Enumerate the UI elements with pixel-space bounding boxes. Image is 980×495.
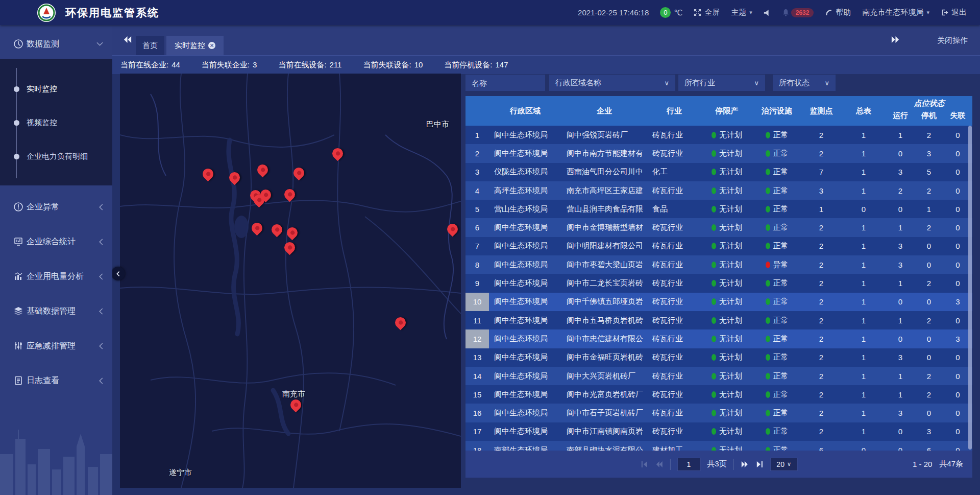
cell-monitor-points: 2 bbox=[801, 297, 841, 306]
status-dot-icon bbox=[712, 298, 716, 305]
theme-dropdown[interactable]: 主题 ▾ bbox=[731, 8, 752, 17]
notifications-button[interactable]: 2632 bbox=[782, 8, 814, 17]
row-index: 9 bbox=[465, 274, 489, 292]
table-row[interactable]: 13阆中生态环境局阆中市金福旺页岩机砖砖瓦行业无计划正常21300 bbox=[465, 348, 972, 367]
cell-stopped: 0 bbox=[915, 353, 943, 362]
sidebar-item-realtime-monitoring[interactable]: 实时监控 bbox=[0, 72, 112, 106]
sidebar-item-log-view[interactable]: 日志查看 bbox=[0, 363, 112, 398]
header-toolbar: 2021-02-25 17:46:18 0 ℃ 全屏 主题 ▾ bbox=[578, 0, 967, 25]
sidebar-item-video-monitoring[interactable]: 视频监控 bbox=[0, 106, 112, 139]
sidebar-groups: 企业异常 企业综合统计 bbox=[0, 190, 112, 398]
table-row[interactable]: 10阆中生态环境局阆中千佛镇五郎垭页岩砖瓦行业无计划正常21003 bbox=[465, 293, 972, 311]
table-row[interactable]: 11阆中生态环境局阆中市五马桥页岩机砖砖瓦行业无计划正常21120 bbox=[465, 311, 972, 329]
sidebar-item-emergency-reduction[interactable]: 应急减排管理 bbox=[0, 328, 112, 363]
cell-running: 0 bbox=[886, 205, 915, 214]
layers-icon bbox=[13, 306, 23, 316]
table-row[interactable]: 6阆中生态环境局阆中市金博瑞新型墙材砖瓦行业无计划正常21120 bbox=[465, 218, 972, 237]
region-select[interactable]: 行政区域名称 ∨ bbox=[549, 75, 675, 91]
cell-running: 1 bbox=[886, 131, 915, 139]
cell-monitor-points: 2 bbox=[801, 149, 841, 158]
previous-page-button[interactable] bbox=[655, 460, 663, 468]
organization-dropdown[interactable]: 南充市生态环境局 ▾ bbox=[862, 8, 929, 17]
table-row[interactable]: 14阆中生态环境局阆中大兴页岩机砖厂砖瓦行业无计划正常21120 bbox=[465, 367, 972, 385]
cell-limit-production: 无计划 bbox=[701, 390, 752, 399]
close-operations-button[interactable]: 关闭操作 bbox=[937, 25, 968, 55]
table-row[interactable]: 3仪陇生态环境局西南油气田分公司川中化工无计划正常71350 bbox=[465, 163, 972, 181]
map-panel[interactable]: 巴中市南充市遂宁市 bbox=[120, 74, 461, 488]
sidebar-item-data-monitoring[interactable]: 数据监测 bbox=[0, 29, 112, 59]
status-select[interactable]: 所有状态 ∨ bbox=[773, 75, 836, 91]
stats-board-icon bbox=[13, 237, 23, 247]
table-row[interactable]: 12阆中生态环境局阆中市忠信建材有限公砖瓦行业无计划正常21003 bbox=[465, 329, 972, 348]
status-dot-icon bbox=[712, 373, 716, 380]
table-row[interactable]: 8阆中生态环境局阆中市枣碧大梁山页岩砖瓦行业无计划异常21300 bbox=[465, 255, 972, 274]
stat-value: 3 bbox=[253, 60, 257, 69]
status-dot-icon bbox=[712, 262, 716, 268]
row-index: 12 bbox=[465, 329, 489, 348]
cell-limit-production: 无计划 bbox=[701, 408, 752, 418]
table-row[interactable]: 5营山生态环境局营山县润丰肉食品有限食品无计划正常10010 bbox=[465, 200, 972, 218]
cell-stopped: 0 bbox=[915, 409, 943, 417]
cell-monitor-points: 2 bbox=[801, 372, 841, 381]
tab-realtime-monitoring[interactable]: 实时监控✕ bbox=[166, 36, 224, 55]
last-page-button[interactable] bbox=[755, 460, 764, 468]
name-search-input[interactable] bbox=[472, 79, 539, 87]
col-industry: 行业 bbox=[647, 96, 701, 126]
tabs-scroll-left-button[interactable] bbox=[124, 35, 132, 46]
cell-region: 阆中生态环境局 bbox=[489, 316, 561, 325]
fullscreen-button[interactable]: 全屏 bbox=[694, 8, 720, 17]
table-row[interactable]: 17阆中生态环境局阆中市江南镇阆南页岩砖瓦行业无计划正常21030 bbox=[465, 422, 972, 441]
col-company: 企业 bbox=[561, 96, 647, 126]
table-body: 1阆中生态环境局阆中强锐页岩砖厂砖瓦行业无计划正常211202阆中生态环境局阆中… bbox=[465, 126, 972, 478]
cell-pollution-facility: 正常 bbox=[752, 241, 801, 251]
sidebar-item-power-analysis[interactable]: 企业用电量分析 bbox=[0, 259, 112, 294]
row-index: 7 bbox=[465, 237, 489, 255]
first-page-button[interactable] bbox=[640, 460, 648, 468]
cell-region: 阆中生态环境局 bbox=[489, 130, 561, 140]
sidebar-item-enterprise-abnormal[interactable]: 企业异常 bbox=[0, 190, 112, 224]
gauge-icon bbox=[13, 39, 23, 49]
sound-button[interactable] bbox=[764, 9, 771, 16]
status-dot-icon bbox=[766, 336, 770, 342]
next-page-button[interactable] bbox=[741, 460, 749, 468]
cell-total-meters: 1 bbox=[841, 427, 886, 436]
cell-stopped: 2 bbox=[915, 131, 943, 139]
cell-running: 1 bbox=[886, 390, 915, 399]
table-row[interactable]: 4高坪生态环境局南充市高坪区王家店建砖瓦行业无计划正常31220 bbox=[465, 181, 972, 200]
table-row[interactable]: 16阆中生态环境局阆中市石子页岩机砖厂砖瓦行业无计划正常21300 bbox=[465, 404, 972, 422]
table-row[interactable]: 15阆中生态环境局阆中市光富页岩机砖厂砖瓦行业无计划正常21120 bbox=[465, 385, 972, 404]
filter-row: 行政区域名称 ∨ 所有行业 ∨ 所有状态 ∨ bbox=[465, 75, 972, 91]
temperature-unit: ℃ bbox=[674, 8, 682, 17]
cell-industry: 砖瓦行业 bbox=[647, 316, 701, 325]
map-collapse-button[interactable] bbox=[111, 267, 125, 280]
tab-close-icon[interactable]: ✕ bbox=[208, 42, 215, 49]
table-row[interactable]: 7阆中生态环境局阆中明阳建材有限公司砖瓦行业无计划正常21300 bbox=[465, 237, 972, 255]
tabs-scroll-right-button[interactable] bbox=[891, 35, 899, 46]
cell-industry: 砖瓦行业 bbox=[647, 278, 701, 288]
cell-pollution-facility: 正常 bbox=[752, 371, 801, 381]
tab-home[interactable]: 首页 bbox=[136, 36, 164, 55]
sidebar-item-power-load-detail[interactable]: 企业电力负荷明细 bbox=[0, 139, 112, 173]
cell-stopped: 2 bbox=[915, 279, 943, 288]
cell-total-meters: 1 bbox=[841, 223, 886, 232]
industry-select[interactable]: 所有行业 ∨ bbox=[678, 75, 765, 91]
cell-running: 3 bbox=[886, 409, 915, 417]
help-button[interactable]: 帮助 bbox=[825, 8, 851, 17]
cell-limit-production: 无计划 bbox=[701, 297, 752, 307]
table-row[interactable]: 2阆中生态环境局阆中市南方节能建材有砖瓦行业无计划正常21030 bbox=[465, 144, 972, 162]
table-row[interactable]: 9阆中生态环境局阆中市二龙长宝页岩砖砖瓦行业无计划正常21120 bbox=[465, 274, 972, 292]
table-scrollbar[interactable] bbox=[968, 126, 972, 450]
page-size-select[interactable]: 20 ∨ bbox=[770, 458, 798, 471]
logout-button[interactable]: 退出 bbox=[941, 8, 967, 17]
col-meters: 总表 bbox=[841, 96, 886, 126]
cell-stopped: 2 bbox=[915, 390, 943, 399]
page-number-input[interactable] bbox=[677, 458, 700, 471]
status-dot-icon bbox=[766, 298, 770, 305]
sidebar-item-base-data[interactable]: 基础数据管理 bbox=[0, 294, 112, 328]
stat-label: 当前在线设备: bbox=[278, 60, 326, 69]
status-dot-icon bbox=[766, 224, 770, 231]
cell-total-meters: 1 bbox=[841, 390, 886, 399]
sidebar-item-enterprise-statistics[interactable]: 企业综合统计 bbox=[0, 224, 112, 259]
table-row[interactable]: 1阆中生态环境局阆中强锐页岩砖厂砖瓦行业无计划正常21120 bbox=[465, 126, 972, 144]
cell-pollution-facility: 异常 bbox=[752, 260, 801, 270]
